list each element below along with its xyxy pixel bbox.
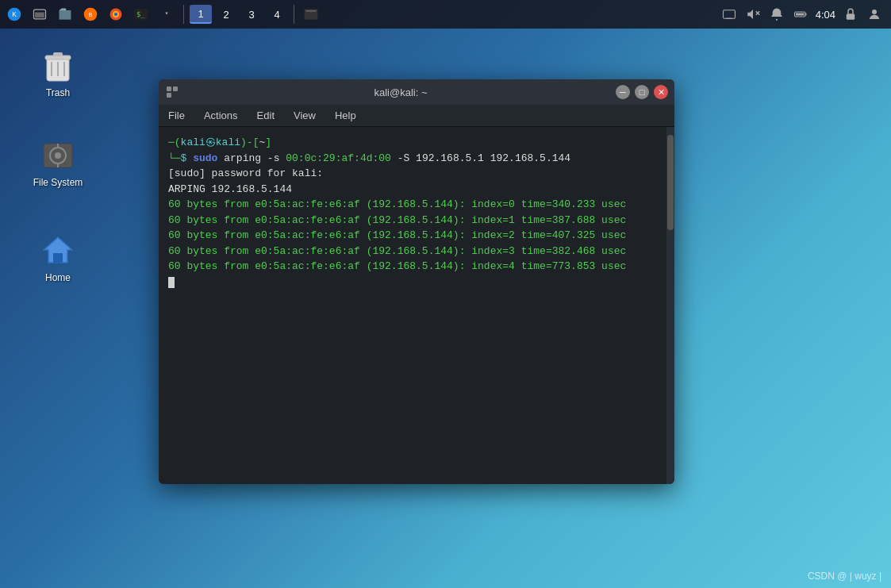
terminal-maximize-button[interactable]: □ [635, 85, 649, 99]
burpsuite-icon[interactable]: B [79, 3, 102, 25]
prompt-bracket-close: ] [265, 136, 271, 148]
terminal-command-line: └─$ sudo arping -s 00:0c:29:af:4d:00 -S … [168, 151, 657, 167]
prompt-dollar: $ [181, 152, 194, 164]
home-icon-image [39, 231, 77, 269]
arping-header-text: ARPING 192.168.5.144 [168, 183, 292, 195]
battery-icon[interactable] [792, 6, 809, 23]
workspace-4-button[interactable]: 4 [266, 5, 288, 24]
terminal-controls: ─ □ ✕ [616, 85, 668, 99]
prompt-arrow: └─ [168, 152, 181, 164]
svg-text:K: K [12, 10, 17, 18]
terminal-cursor [168, 277, 175, 288]
svg-rect-20 [805, 13, 807, 16]
svg-point-31 [55, 152, 61, 159]
filesystem-label: File System [33, 177, 83, 188]
terminal-prompt-line: ─(kali㉿kali)-[~] [168, 135, 657, 151]
terminal-minimize-button[interactable]: ─ [616, 85, 630, 99]
terminal-cursor-line [168, 275, 657, 290]
menu-edit[interactable]: Edit [254, 108, 278, 123]
clock: 4:04 [816, 9, 835, 21]
prompt-bracket: )-[ [240, 136, 259, 148]
audio-mute-icon[interactable] [744, 6, 762, 23]
terminal-body: ─(kali㉿kali)-[~] └─$ sudo arping -s 00:0… [159, 127, 674, 484]
cmd-rest: arping -s [217, 152, 286, 164]
svg-rect-3 [35, 13, 44, 18]
output-line-3-text: 60 bytes from e0:5a:ac:fe:e6:af (192.168… [168, 245, 626, 257]
svg-rect-36 [167, 86, 171, 91]
account-icon[interactable] [866, 6, 883, 23]
trash-icon-image [39, 46, 77, 84]
trash-icon-desktop[interactable]: Trash [22, 41, 94, 103]
prompt-dash: ─( [168, 136, 181, 148]
taskbar-left: K B $_ 1 2 3 4 [0, 3, 322, 25]
svg-rect-21 [847, 13, 855, 20]
taskbar-divider-2 [294, 5, 294, 24]
cmd-sudo: sudo [193, 152, 217, 164]
svg-marker-11 [165, 13, 167, 15]
taskbar-right: 4:04 [720, 6, 891, 23]
terminal-window: kali@kali: ~ ─ □ ✕ File Actions Edit Vie… [159, 79, 674, 484]
cmd-mac-arg: 00:0c:29:af:4d:00 [286, 152, 391, 164]
menu-view[interactable]: View [290, 108, 319, 123]
taskbar-divider-1 [183, 5, 184, 24]
terminal-title: kali@kali: ~ [186, 86, 616, 98]
output-line-4-text: 60 bytes from e0:5a:ac:fe:e6:af (192.168… [168, 260, 626, 272]
workspace-3-button[interactable]: 3 [240, 5, 263, 24]
files-icon[interactable] [54, 3, 76, 25]
window-manager-icon[interactable] [29, 3, 51, 25]
svg-rect-38 [167, 93, 171, 98]
workspace-2-button[interactable]: 2 [215, 5, 237, 24]
firefox-icon[interactable] [105, 3, 127, 25]
filesystem-icon-image [39, 136, 77, 174]
cmd-s-flag: -S 192.168.5.1 192.168.5.144 [391, 152, 570, 164]
terminal-close-button[interactable]: ✕ [654, 85, 668, 99]
kali-logo-icon[interactable]: K [3, 3, 25, 25]
watermark: CSDN @ | wuyz | [808, 571, 881, 582]
terminal-dropdown-icon[interactable] [156, 3, 178, 25]
output-line-0-text: 60 bytes from e0:5a:ac:fe:e6:af (192.168… [168, 198, 626, 210]
terminal-scrollbar-thumb[interactable] [667, 135, 674, 230]
terminal-sudo-prompt: [sudo] password for kali: [168, 166, 657, 182]
terminal-output-line-0: 60 bytes from e0:5a:ac:fe:e6:af (192.168… [168, 197, 657, 213]
svg-rect-35 [53, 253, 63, 263]
home-label: Home [45, 272, 71, 283]
menu-file[interactable]: File [165, 108, 188, 123]
terminal-output-line-1: 60 bytes from e0:5a:ac:fe:e6:af (192.168… [168, 213, 657, 229]
output-line-2-text: 60 bytes from e0:5a:ac:fe:e6:af (192.168… [168, 229, 626, 241]
svg-rect-37 [173, 86, 178, 91]
prompt-user-host: kali㉿kali [181, 136, 240, 148]
terminal-arping-header: ARPING 192.168.5.144 [168, 182, 657, 198]
menu-actions[interactable]: Actions [201, 108, 241, 123]
svg-rect-14 [723, 10, 735, 19]
lock-icon[interactable] [842, 6, 859, 23]
workspace-1-button[interactable]: 1 [190, 5, 212, 24]
home-icon-desktop[interactable]: Home [22, 226, 94, 288]
notification-bell-icon[interactable] [768, 6, 785, 23]
svg-point-22 [872, 10, 877, 14]
terminal-output-line-3: 60 bytes from e0:5a:ac:fe:e6:af (192.168… [168, 244, 657, 259]
svg-text:B: B [89, 12, 93, 17]
trash-label: Trash [46, 87, 70, 98]
output-line-1-text: 60 bytes from e0:5a:ac:fe:e6:af (192.168… [168, 214, 626, 226]
terminal-output-line-2: 60 bytes from e0:5a:ac:fe:e6:af (192.168… [168, 228, 657, 244]
sudo-prompt-text: [sudo] password for kali: [168, 167, 323, 179]
terminal-titlebar: kali@kali: ~ ─ □ ✕ [159, 79, 674, 105]
filesystem-icon-desktop[interactable]: File System [22, 131, 94, 193]
terminal-output-line-4: 60 bytes from e0:5a:ac:fe:e6:af (192.168… [168, 259, 657, 275]
menu-help[interactable]: Help [332, 108, 359, 123]
svg-point-17 [776, 19, 778, 21]
svg-rect-13 [305, 10, 316, 12]
screen-cast-icon[interactable] [720, 6, 738, 23]
terminal-resize-icon[interactable] [165, 85, 179, 99]
taskbar: K B $_ 1 2 3 4 [0, 0, 891, 29]
svg-rect-19 [796, 13, 805, 16]
svg-rect-25 [53, 52, 63, 56]
svg-text:$_: $_ [136, 10, 145, 18]
terminal-icon[interactable]: $_ [130, 3, 152, 25]
svg-point-8 [114, 13, 117, 16]
terminal-menubar: File Actions Edit View Help [159, 105, 674, 127]
terminal-scrollbar[interactable] [666, 127, 674, 484]
active-window-icon[interactable] [300, 3, 322, 25]
terminal-content[interactable]: ─(kali㉿kali)-[~] └─$ sudo arping -s 00:0… [159, 127, 666, 484]
